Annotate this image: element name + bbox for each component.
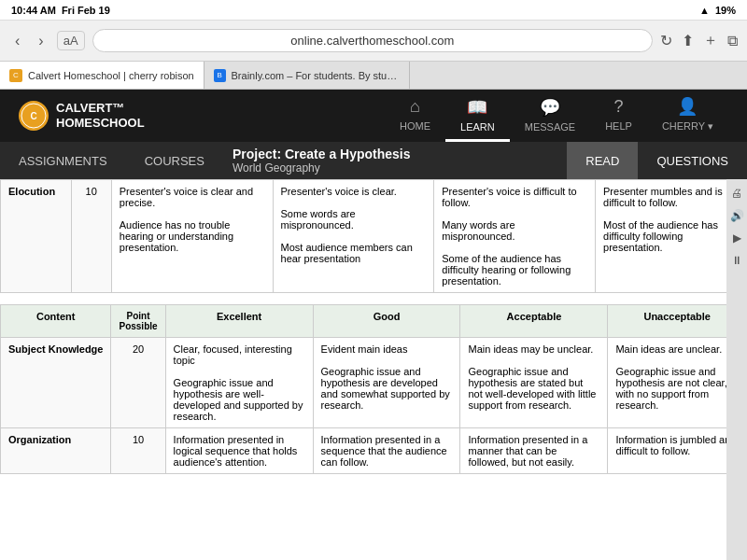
col-points: Point Possible [111, 305, 165, 338]
content-area: Elocution 10 Presenter's voice is clear … [0, 179, 747, 560]
sidebar-tools: 🖨 🔊 ▶ ⏸ [726, 179, 747, 560]
nav-learn[interactable]: 📖 LEARN [445, 90, 510, 142]
elocution-acceptable: Presenter's voice is difficult to follow… [434, 180, 596, 293]
battery-level: 19% [715, 5, 736, 16]
learn-icon: 📖 [467, 97, 487, 118]
share-button[interactable]: ⬆ [682, 32, 694, 49]
subject-knowledge-excellent: Clear, focused, interesting topic Geogra… [165, 338, 313, 428]
tab-brainly[interactable]: B Brainly.com – For students. By student… [204, 62, 410, 89]
col-content: Content [1, 305, 111, 338]
date: Fri Feb 19 [62, 5, 110, 16]
elocution-unacceptable: Presenter mumbles and is difficult to fo… [596, 180, 747, 293]
content-table: Content Point Possible Excellent Good Ac… [0, 304, 747, 474]
app-navbar: C CALVERT™ HOMESCHOOL ⌂ HOME 📖 LEARN 💬 M… [0, 90, 747, 142]
subject-knowledge-acceptable: Main ideas may be unclear. Geographic is… [460, 338, 608, 428]
logo-text: CALVERT™ HOMESCHOOL [56, 101, 145, 130]
subnav-right: READ QUESTIONS [567, 142, 747, 179]
nav-user[interactable]: 👤 CHERRY ▾ [647, 90, 728, 142]
nav-message-label: MESSAGE [525, 121, 575, 133]
status-left: 10:44 AM Fri Feb 19 [11, 5, 110, 16]
nav-home[interactable]: ⌂ HOME [385, 90, 445, 142]
subnav-assignments[interactable]: ASSIGNMENTS [0, 142, 126, 179]
tab-calvert-label: Calvert Homeschool | cherry robison [28, 70, 194, 81]
help-icon: ? [614, 97, 624, 117]
forward-button[interactable]: › [33, 31, 49, 51]
browser-tabs: C Calvert Homeschool | cherry robison B … [0, 62, 747, 90]
user-icon: 👤 [677, 96, 698, 117]
subnav-read[interactable]: READ [567, 142, 638, 179]
nav-links: ⌂ HOME 📖 LEARN 💬 MESSAGE ? HELP 👤 CHERRY… [385, 90, 728, 142]
organization-acceptable: Information presented in a manner that c… [460, 428, 608, 474]
organization-excellent: Information presented in logical sequenc… [165, 428, 313, 474]
nav-learn-label: LEARN [460, 121, 495, 133]
elocution-label: Elocution [1, 180, 72, 293]
svg-text:C: C [30, 111, 36, 121]
subject-knowledge-points: 20 [111, 338, 165, 428]
col-acceptable: Acceptable [460, 305, 608, 338]
nav-home-label: HOME [400, 120, 430, 132]
nav-user-label: CHERRY ▾ [662, 120, 713, 133]
home-icon: ⌂ [410, 97, 420, 117]
nav-message[interactable]: 💬 MESSAGE [510, 90, 590, 142]
refresh-button[interactable]: ↻ [660, 32, 672, 49]
col-excellent: Excellent [165, 305, 313, 338]
tabs-button[interactable]: ⧉ [727, 33, 738, 49]
brainly-favicon: B [214, 69, 226, 82]
status-bar: 10:44 AM Fri Feb 19 ▲ 19% [0, 0, 747, 21]
nav-help[interactable]: ? HELP [590, 90, 647, 142]
pause-button[interactable]: ⏸ [731, 254, 742, 267]
elocution-row: Elocution 10 Presenter's voice is clear … [1, 180, 747, 293]
tab-calvert[interactable]: C Calvert Homeschool | cherry robison [0, 62, 204, 89]
reader-button[interactable]: aA [57, 31, 85, 50]
calvert-favicon: C [9, 69, 22, 82]
audio-button[interactable]: 🔊 [730, 209, 744, 222]
sub-nav: ASSIGNMENTS COURSES Project: Create a Hy… [0, 142, 747, 179]
play-button[interactable]: ▶ [733, 231, 741, 245]
back-button[interactable]: ‹ [9, 31, 25, 51]
browser-bar: ‹ › aA online.calverthomeschool.com ↻ ⬆ … [0, 21, 747, 62]
content-table-header: Content Point Possible Excellent Good Ac… [1, 305, 747, 338]
time: 10:44 AM [11, 5, 56, 16]
subnav-questions[interactable]: QUESTIONS [638, 142, 747, 179]
organization-label: Organization [1, 428, 111, 474]
organization-points: 10 [111, 428, 165, 474]
organization-good: Information presented in a sequence that… [313, 428, 460, 474]
logo-icon: C [19, 101, 49, 131]
address-bar[interactable]: online.calverthomeschool.com [92, 29, 653, 52]
col-good: Good [313, 305, 460, 338]
print-button[interactable]: 🖨 [731, 187, 742, 200]
elocution-excellent: Presenter's voice is clear and precise. … [111, 180, 273, 293]
organization-row: Organization 10 Information presented in… [1, 428, 747, 474]
subject-knowledge-label: Subject Knowledge [1, 338, 111, 428]
message-icon: 💬 [540, 97, 560, 118]
browser-actions: ↻ ⬆ ＋ ⧉ [660, 31, 738, 50]
elocution-points: 10 [71, 180, 111, 293]
new-tab-button[interactable]: ＋ [703, 31, 718, 50]
elocution-table: Elocution 10 Presenter's voice is clear … [0, 179, 747, 293]
status-right: ▲ 19% [699, 5, 736, 16]
breadcrumb: Project: Create a Hypothesis World Geogr… [233, 147, 567, 175]
subject-knowledge-row: Subject Knowledge 20 Clear, focused, int… [1, 338, 747, 428]
tab-brainly-label: Brainly.com – For students. By students. [232, 70, 400, 81]
subject-knowledge-good: Evident main ideas Geographic issue and … [313, 338, 460, 428]
wifi-icon: ▲ [699, 5, 710, 16]
subnav-courses[interactable]: COURSES [126, 142, 223, 179]
elocution-good: Presenter's voice is clear. Some words a… [273, 180, 434, 293]
logo-area: C CALVERT™ HOMESCHOOL [19, 101, 145, 131]
nav-help-label: HELP [605, 120, 632, 132]
